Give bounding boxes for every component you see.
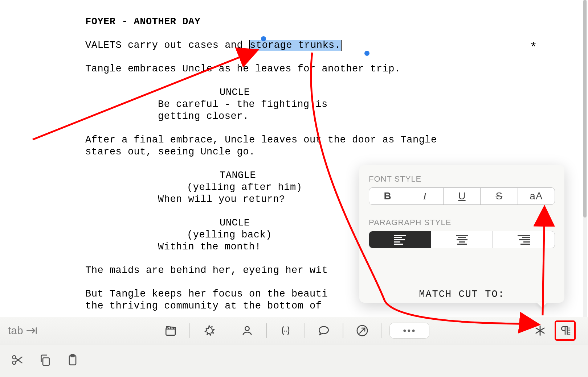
cut-button[interactable] — [11, 353, 24, 368]
speech-bubble-icon — [318, 324, 330, 337]
action-line[interactable]: Tangle embraces Uncle as he leaves for a… — [85, 63, 485, 75]
case-icon: aA — [530, 190, 543, 202]
parenthetical-button[interactable] — [275, 322, 297, 340]
svg-point-2 — [286, 331, 287, 332]
strikethrough-button[interactable]: S — [481, 188, 518, 204]
tab-label-text: tab — [8, 324, 23, 337]
font-style-label: FONT STYLE — [369, 174, 555, 184]
separator — [189, 323, 190, 338]
asterisk-icon — [534, 324, 546, 337]
align-center-button[interactable] — [431, 231, 493, 248]
action-text: After a final embrace, Uncle leaves out … — [85, 134, 485, 146]
align-right-button[interactable] — [493, 231, 555, 248]
clapperboard-icon — [164, 324, 177, 337]
bottom-toolbar: tab ••• — [0, 317, 588, 344]
action-text: stares out, seeing Uncle go. — [85, 146, 485, 158]
action-line[interactable]: After a final embrace, Uncle leaves out … — [85, 134, 485, 158]
bold-icon: B — [384, 190, 391, 202]
burst-icon — [203, 324, 215, 337]
vertical-scrollbar[interactable] — [583, 0, 587, 317]
align-left-icon — [394, 235, 406, 245]
asterisk-tool-button[interactable] — [529, 322, 551, 340]
underline-icon: U — [458, 190, 465, 202]
format-popover: FONT STYLE B I U S aA PARAGRAPH STYLE MA… — [359, 165, 564, 303]
separator — [266, 323, 267, 338]
separator — [228, 323, 229, 338]
dialogue-line[interactable]: Be careful - the fighting is — [85, 99, 339, 111]
paragraph-style-label: PARAGRAPH STYLE — [369, 218, 555, 227]
dialogue-button[interactable] — [313, 322, 335, 340]
separator — [343, 323, 343, 338]
format-panel-button[interactable] — [557, 323, 573, 339]
svg-point-1 — [284, 331, 285, 332]
tab-arrow-icon — [25, 324, 38, 337]
dialogue-line[interactable]: getting closer. — [85, 111, 339, 123]
action-line[interactable]: VALETS carry out cases and storage trunk… — [85, 40, 485, 51]
dialogue-line[interactable]: Within the month! — [85, 241, 339, 253]
scissors-icon — [11, 353, 24, 366]
separator — [305, 323, 305, 338]
copy-icon — [38, 353, 52, 366]
more-icon: ••• — [403, 325, 416, 336]
align-right-icon — [518, 235, 530, 245]
tab-key-hint[interactable]: tab — [0, 324, 38, 337]
parentheses-icon — [279, 324, 292, 337]
italic-button[interactable]: I — [406, 188, 443, 204]
scrollbar-thumb[interactable] — [583, 0, 587, 218]
underline-button[interactable]: U — [444, 188, 481, 204]
transition-button[interactable] — [351, 322, 373, 340]
case-button[interactable]: aA — [518, 188, 555, 204]
character-name[interactable]: UNCLE — [85, 87, 485, 99]
paragraph-format-icon — [559, 324, 571, 337]
align-center-icon — [456, 235, 468, 245]
svg-point-0 — [245, 327, 249, 331]
svg-rect-6 — [43, 358, 49, 365]
action-button[interactable] — [198, 322, 220, 340]
paragraph-align-segment — [369, 231, 555, 248]
revision-mark: * — [530, 41, 537, 54]
transition-peek: MATCH CUT TO: — [419, 289, 505, 300]
dialogue-line[interactable]: When will you return? — [85, 194, 339, 206]
font-style-segment: B I U S aA — [369, 187, 555, 205]
separator — [381, 323, 382, 338]
transition-arrow-icon — [356, 324, 368, 337]
popover-tail — [536, 302, 548, 308]
selection-handle-start[interactable] — [261, 36, 266, 41]
italic-icon: I — [423, 190, 426, 202]
copy-button[interactable] — [38, 353, 52, 368]
action-text: VALETS carry out cases and — [85, 40, 249, 51]
paste-button[interactable] — [66, 353, 79, 368]
align-left-button[interactable] — [369, 231, 431, 248]
person-icon — [241, 324, 253, 337]
scene-heading[interactable]: FOYER - ANOTHER DAY — [85, 16, 485, 28]
toolbar-buttons: ••• — [60, 322, 529, 340]
clipboard-icon — [66, 353, 79, 366]
strikethrough-icon: S — [496, 190, 503, 202]
text-selection[interactable]: storage trunks. — [249, 40, 342, 51]
selection-handle-end[interactable] — [364, 51, 369, 56]
annotation-highlight-box — [555, 320, 576, 341]
toolbar-right — [529, 320, 588, 341]
system-toolbar — [0, 344, 588, 377]
more-elements-button[interactable]: ••• — [389, 323, 429, 339]
character-button[interactable] — [236, 322, 258, 340]
bold-button[interactable]: B — [369, 188, 406, 204]
scene-heading-button[interactable] — [160, 322, 181, 340]
